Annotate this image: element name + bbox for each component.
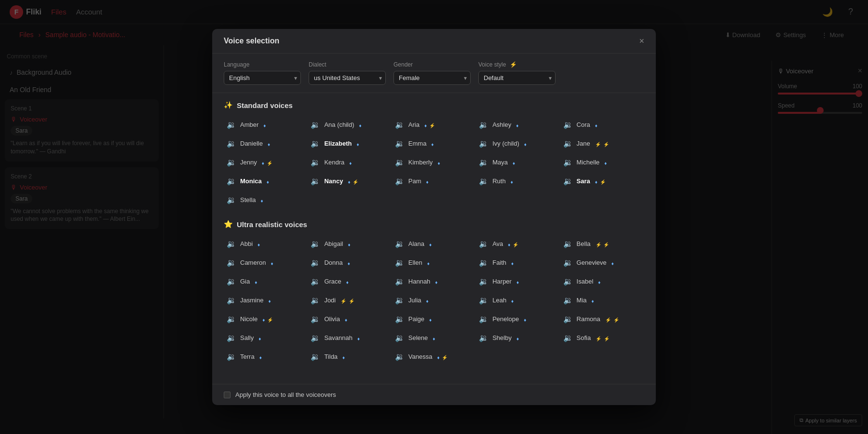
voice-item[interactable]: 🔉Cora ♦ (560, 116, 644, 133)
voice-item[interactable]: 🔉Aria ♦ ⚡ (392, 116, 476, 133)
voice-play-button[interactable]: 🔉 (395, 139, 405, 148)
voice-play-button[interactable]: 🔉 (479, 277, 488, 286)
language-select[interactable]: English (224, 71, 301, 85)
voice-play-button[interactable]: 🔉 (395, 120, 405, 129)
voice-item[interactable]: 🔉Hannah ♦ (392, 273, 476, 290)
voice-item[interactable]: 🔉Julia ♦ (392, 292, 476, 309)
voice-item[interactable]: 🔉Olivia ♦ (308, 311, 392, 327)
voice-play-button[interactable]: 🔉 (311, 296, 320, 305)
voice-play-button[interactable]: 🔉 (395, 296, 405, 305)
voice-play-button[interactable]: 🔉 (311, 277, 320, 286)
voice-play-button[interactable]: 🔉 (311, 239, 320, 248)
voice-item[interactable]: 🔉Kimberly ♦ (392, 154, 476, 171)
voice-play-button[interactable]: 🔉 (563, 258, 573, 267)
voice-item[interactable]: 🔉Penelope ♦ (476, 311, 560, 327)
voice-item[interactable]: 🔉Gia ♦ (224, 273, 308, 290)
voice-item[interactable]: 🔉Elizabeth ♦ (308, 135, 392, 152)
voice-item[interactable]: 🔉Ava ♦ ⚡ (476, 235, 560, 252)
voice-play-button[interactable]: 🔉 (227, 139, 236, 148)
voice-play-button[interactable]: 🔉 (227, 120, 236, 129)
voice-item[interactable]: 🔉Ruth ♦ (476, 173, 560, 190)
voice-play-button[interactable]: 🔉 (479, 333, 488, 342)
voice-play-button[interactable]: 🔉 (227, 258, 236, 267)
voice-item[interactable]: 🔉Maya ♦ (476, 154, 560, 171)
voice-item[interactable]: 🔉Bella ⚡ ⚡ (560, 235, 644, 252)
voice-play-button[interactable]: 🔉 (395, 158, 405, 167)
voice-play-button[interactable]: 🔉 (227, 195, 236, 204)
voice-item[interactable]: 🔉Leah ♦ (476, 292, 560, 309)
voice-play-button[interactable]: 🔉 (311, 158, 320, 167)
voice-item[interactable]: 🔉Kendra ♦ (308, 154, 392, 171)
voice-item[interactable]: 🔉Cameron ♦ (224, 254, 308, 271)
voice-play-button[interactable]: 🔉 (563, 239, 573, 248)
voice-item[interactable]: 🔉Savannah ♦ (308, 329, 392, 346)
modal-close-button[interactable]: × (639, 37, 644, 45)
voice-item[interactable]: 🔉Ana (child) ♦ (308, 116, 392, 133)
voice-item[interactable]: 🔉Harper ♦ (476, 273, 560, 290)
voice-item[interactable]: 🔉Terra ♦ (224, 348, 308, 365)
voice-item[interactable]: 🔉Shelby ♦ (476, 329, 560, 346)
voice-play-button[interactable]: 🔉 (479, 176, 488, 186)
voice-play-button[interactable]: 🔉 (395, 277, 405, 286)
voice-item[interactable]: 🔉Nicole ♦ ⚡ (224, 311, 308, 327)
voice-item[interactable]: 🔉Abigail ♦ (308, 235, 392, 252)
voice-item[interactable]: 🔉Ramona ⚡ ⚡ (560, 311, 644, 327)
voice-item[interactable]: 🔉Jodi ⚡ ⚡ (308, 292, 392, 309)
voice-play-button[interactable]: 🔉 (479, 158, 488, 167)
voice-play-button[interactable]: 🔉 (563, 277, 573, 286)
voice-play-button[interactable]: 🔉 (227, 333, 236, 342)
voice-item[interactable]: 🔉Ellen ♦ (392, 254, 476, 271)
voice-item[interactable]: 🔉Pam ♦ (392, 173, 476, 190)
voice-item[interactable]: 🔉Abbi ♦ (224, 235, 308, 252)
voice-play-button[interactable]: 🔉 (227, 314, 236, 324)
voice-item[interactable]: 🔉Michelle ♦ (560, 154, 644, 171)
voice-play-button[interactable]: 🔉 (563, 296, 573, 305)
voice-play-button[interactable]: 🔉 (395, 314, 405, 324)
voice-play-button[interactable]: 🔉 (395, 352, 405, 361)
voice-play-button[interactable]: 🔉 (563, 176, 573, 186)
voice-item[interactable]: 🔉Mia ♦ (560, 292, 644, 309)
voice-item[interactable]: 🔉Danielle ♦ (224, 135, 308, 152)
voice-item[interactable]: 🔉Selene ♦ (392, 329, 476, 346)
voice-style-select[interactable]: Default (478, 71, 556, 85)
voice-play-button[interactable]: 🔉 (311, 120, 320, 129)
voice-play-button[interactable]: 🔉 (479, 120, 488, 129)
voice-item[interactable]: 🔉Ashley ♦ (476, 116, 560, 133)
voice-item[interactable]: 🔉Alana ♦ (392, 235, 476, 252)
voice-play-button[interactable]: 🔉 (227, 176, 236, 186)
voice-item[interactable]: 🔉Tilda ♦ (308, 348, 392, 365)
voice-item[interactable]: 🔉Faith ♦ (476, 254, 560, 271)
voice-play-button[interactable]: 🔉 (395, 239, 405, 248)
voice-item[interactable]: 🔉Sally ♦ (224, 329, 308, 346)
voice-item[interactable]: 🔉Jasmine ♦ (224, 292, 308, 309)
voice-play-button[interactable]: 🔉 (563, 139, 573, 148)
gender-select[interactable]: Female (393, 71, 471, 85)
voice-item[interactable]: 🔉Nancy ♦ ⚡ (308, 173, 392, 190)
voice-play-button[interactable]: 🔉 (227, 352, 236, 361)
voice-play-button[interactable]: 🔉 (395, 176, 405, 186)
dialect-select[interactable]: us United States (309, 71, 386, 85)
voice-item[interactable]: 🔉Ivy (child) ♦ (476, 135, 560, 152)
voice-item[interactable]: 🔉Grace ♦ (308, 273, 392, 290)
voice-item[interactable]: 🔉Vanessa ♦ ⚡ (392, 348, 476, 365)
voice-play-button[interactable]: 🔉 (395, 333, 405, 342)
voice-item[interactable]: 🔉Paige ♦ (392, 311, 476, 327)
voice-play-button[interactable]: 🔉 (311, 139, 320, 148)
voice-item[interactable]: 🔉Donna ♦ (308, 254, 392, 271)
voice-play-button[interactable]: 🔉 (563, 314, 573, 324)
voice-item[interactable]: 🔉Jenny ♦ ⚡ (224, 154, 308, 171)
voice-play-button[interactable]: 🔉 (311, 258, 320, 267)
voice-item[interactable]: 🔉Sara ♦ ⚡ (560, 173, 644, 190)
voice-play-button[interactable]: 🔉 (227, 277, 236, 286)
voice-play-button[interactable]: 🔉 (227, 158, 236, 167)
voice-play-button[interactable]: 🔉 (227, 296, 236, 305)
voice-play-button[interactable]: 🔉 (479, 258, 488, 267)
voice-item[interactable]: 🔉Amber ♦ (224, 116, 308, 133)
voice-play-button[interactable]: 🔉 (563, 333, 573, 342)
voice-item[interactable]: 🔉Stella ♦ (224, 191, 308, 208)
voice-play-button[interactable]: 🔉 (479, 314, 488, 324)
apply-all-checkbox[interactable] (224, 392, 231, 398)
voice-item[interactable]: 🔉Jane ⚡ ⚡ (560, 135, 644, 152)
voice-play-button[interactable]: 🔉 (479, 296, 488, 305)
voice-play-button[interactable]: 🔉 (227, 239, 236, 248)
